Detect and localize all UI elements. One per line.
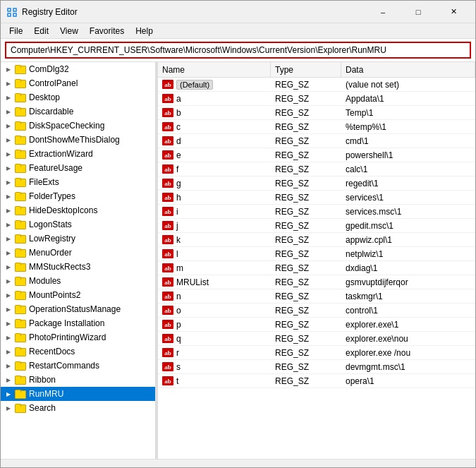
table-row[interactable]: abbREG_SZTemp\1 (158, 106, 475, 120)
tree-item-label: Package Installation (29, 318, 104, 328)
expand-icon[interactable]: ▶ (4, 332, 13, 342)
column-data[interactable]: Data (341, 62, 475, 78)
expand-icon[interactable]: ▶ (4, 347, 13, 356)
tree-item[interactable]: ▶MenuOrder (1, 246, 155, 260)
table-row[interactable]: abpREG_SZexplorer.exe\1 (158, 318, 475, 332)
tree-item[interactable]: ▶Ribbon (1, 373, 155, 387)
table-row[interactable]: abiREG_SZservices.msc\1 (158, 205, 475, 219)
table-row[interactable]: abMRUListREG_SZgsmvuptdijferqor (158, 275, 475, 289)
tree-item[interactable]: ▶ExtractionWizard (1, 147, 155, 161)
menu-item-edit[interactable]: Edit (28, 23, 54, 39)
tree-item[interactable]: ▶HideDesktopIcons (1, 203, 155, 217)
expand-icon[interactable]: ▶ (4, 121, 13, 131)
expand-icon[interactable]: ▶ (4, 304, 13, 314)
cell-name: abr (158, 348, 271, 358)
tree-item[interactable]: ▶FolderTypes (1, 189, 155, 203)
table-row[interactable]: abjREG_SZgpedit.msc\1 (158, 219, 475, 233)
tree-item[interactable]: ▶FeatureUsage (1, 161, 155, 175)
folder-icon (15, 403, 26, 413)
expand-icon[interactable]: ▶ (4, 220, 13, 229)
menu-item-favorites[interactable]: Favorites (84, 23, 130, 39)
expand-icon[interactable]: ▶ (4, 375, 13, 385)
close-button[interactable]: ✕ (437, 1, 470, 23)
tree-item[interactable]: ▶Modules (1, 274, 155, 288)
tree-item[interactable]: ▶FileExts (1, 175, 155, 189)
expand-icon[interactable]: ▶ (4, 205, 13, 215)
tree-item[interactable]: ▶MountPoints2 (1, 288, 155, 302)
table-row[interactable]: abeREG_SZpowershell\1 (158, 148, 475, 162)
table-row[interactable]: abmREG_SZdxdiag\1 (158, 261, 475, 275)
column-name[interactable]: Name (158, 62, 271, 78)
table-row[interactable]: abgREG_SZregedit\1 (158, 176, 475, 191)
cell-name: ab(Default) (158, 80, 271, 90)
table-row[interactable]: abkREG_SZappwiz.cpl\1 (158, 233, 475, 247)
table-row[interactable]: abaREG_SZAppdata\1 (158, 92, 475, 106)
folder-icon (15, 92, 26, 102)
tree-item[interactable]: ▶LogonStats (1, 217, 155, 232)
expand-icon[interactable]: ▶ (4, 92, 13, 102)
table-row[interactable]: ablREG_SZnetplwiz\1 (158, 247, 475, 261)
expand-icon[interactable]: ▶ (4, 163, 13, 173)
cell-name: abp (158, 320, 271, 330)
tree-item[interactable]: ▶Search (1, 401, 155, 415)
expand-icon[interactable]: ▶ (4, 262, 13, 272)
expand-icon[interactable]: ▶ (4, 276, 13, 286)
cell-name-text: q (176, 334, 181, 344)
expand-icon[interactable]: ▶ (4, 135, 13, 145)
cell-name: abh (158, 193, 271, 203)
tree-item[interactable]: ▶LowRegistry (1, 232, 155, 246)
tree-item[interactable]: ▶Package Installation (1, 316, 155, 330)
table-row[interactable]: abrREG_SZexplorer.exe /nou (158, 346, 475, 360)
tree-item-label: MountPoints2 (29, 290, 80, 300)
column-type[interactable]: Type (271, 62, 341, 78)
tree-item[interactable]: ▶ComDlg32 (1, 62, 155, 76)
expand-icon[interactable]: ▶ (4, 318, 13, 328)
tree-item[interactable]: ▶RecentDocs (1, 344, 155, 359)
reg-type-icon: ab (162, 221, 173, 230)
table-row[interactable]: abhREG_SZservices\1 (158, 191, 475, 205)
tree-item[interactable]: ▶Discardable (1, 104, 155, 119)
menu-item-help[interactable]: Help (130, 23, 159, 39)
expand-icon[interactable]: ▶ (4, 177, 13, 187)
tree-pane[interactable]: ▶ComDlg32▶ControlPanel▶Desktop▶Discardab… (1, 62, 156, 459)
table-row[interactable]: absREG_SZdevmgmt.msc\1 (158, 360, 475, 374)
tree-item[interactable]: ▶ControlPanel (1, 76, 155, 90)
table-row[interactable]: abfREG_SZcalc\1 (158, 162, 475, 176)
expand-icon[interactable]: ▶ (4, 389, 13, 399)
detail-pane[interactable]: Name Type Data ab(Default)REG_SZ(value n… (158, 62, 475, 459)
table-row[interactable]: abqREG_SZexplorer.exe\nou (158, 332, 475, 346)
tree-item[interactable]: ▶MMStuckRects3 (1, 260, 155, 274)
expand-icon[interactable]: ▶ (4, 361, 13, 371)
expand-icon[interactable]: ▶ (4, 78, 13, 88)
table-row[interactable]: abtREG_SZopera\1 (158, 374, 475, 388)
menu-item-file[interactable]: File (4, 23, 28, 39)
expand-icon[interactable]: ▶ (4, 248, 13, 258)
menu-item-view[interactable]: View (54, 23, 84, 39)
expand-icon[interactable]: ▶ (4, 64, 13, 74)
table-row[interactable]: abcREG_SZ%temp%\1 (158, 120, 475, 134)
tree-item[interactable]: ▶PhotoPrintingWizard (1, 330, 155, 344)
table-row[interactable]: abdREG_SZcmd\1 (158, 134, 475, 148)
expand-icon[interactable]: ▶ (4, 290, 13, 300)
tree-item[interactable]: ▶Desktop (1, 90, 155, 104)
expand-icon[interactable]: ▶ (4, 107, 13, 116)
tree-item[interactable]: ▶DiskSpaceChecking (1, 119, 155, 133)
maximize-button[interactable]: □ (402, 1, 434, 23)
expand-icon[interactable]: ▶ (4, 149, 13, 159)
table-row[interactable]: aboREG_SZcontrol\1 (158, 304, 475, 318)
cell-name: abn (158, 292, 271, 301)
table-row[interactable]: ab(Default)REG_SZ(value not set) (158, 78, 475, 92)
address-bar[interactable]: Computer\HKEY_CURRENT_USER\Software\Micr… (5, 42, 471, 59)
minimize-button[interactable]: – (367, 1, 399, 23)
expand-icon[interactable]: ▶ (4, 234, 13, 244)
expand-icon[interactable]: ▶ (4, 403, 13, 413)
tree-item[interactable]: ▶RunMRU (1, 387, 155, 401)
expand-icon[interactable]: ▶ (4, 191, 13, 201)
table-row[interactable]: abnREG_SZtaskmgr\1 (158, 289, 475, 304)
tree-item-label: RunMRU (29, 389, 63, 399)
tree-item[interactable]: ▶OperationStatusManage (1, 302, 155, 316)
tree-item[interactable]: ▶RestartCommands (1, 359, 155, 373)
cell-type: REG_SZ (271, 376, 341, 386)
tree-item[interactable]: ▶DontShowMeThisDialog (1, 133, 155, 147)
horizontal-scrollbar[interactable] (1, 459, 475, 467)
